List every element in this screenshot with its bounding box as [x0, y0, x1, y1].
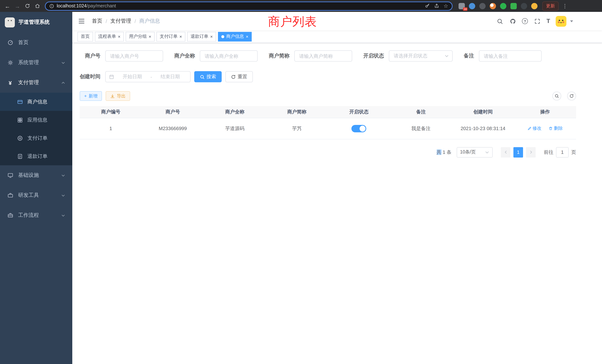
extension-icon-6[interactable]: [510, 3, 517, 9]
sidebar-item-label: 支付订单: [27, 135, 47, 141]
merchant-card-icon: [17, 99, 23, 105]
refresh-table-button[interactable]: [567, 92, 576, 100]
chevron-down-icon: [61, 173, 65, 177]
export-button[interactable]: 导出: [106, 91, 130, 101]
tab-label: 流程表单: [98, 33, 116, 40]
breadcrumb-item[interactable]: 支付管理: [110, 18, 131, 24]
tab-merchant-info[interactable]: 商户信息×: [218, 32, 252, 41]
reload-icon: [25, 3, 30, 9]
merchant-short-name-input[interactable]: [294, 50, 352, 62]
search-icon[interactable]: [496, 17, 503, 25]
extension-icon-4[interactable]: [490, 3, 496, 9]
close-icon[interactable]: ×: [149, 34, 151, 39]
sidebar-item-label: 商户信息: [27, 98, 47, 105]
sidebar-item-label: 首页: [18, 39, 29, 46]
omnibox-actions: ☆: [425, 3, 448, 9]
address-bar[interactable]: localhost:1024/pay/merchant ☆: [45, 1, 453, 11]
gear-icon: [7, 60, 13, 66]
filter-row-2: 创建时间 开始日期 - 结束日期 搜索: [80, 71, 576, 82]
calendar-icon: [109, 74, 114, 79]
extension-icon-5[interactable]: [500, 3, 506, 9]
prev-page-button[interactable]: [501, 147, 510, 157]
browser-update-button[interactable]: 更新: [542, 1, 559, 11]
home-icon: [35, 3, 40, 9]
app-logo[interactable]: 芋道管理系统: [0, 12, 72, 33]
search-button-label: 搜索: [206, 73, 216, 80]
extension-icon-3[interactable]: [479, 3, 486, 9]
tab-home[interactable]: 首页: [77, 32, 93, 41]
reset-button[interactable]: 重置: [225, 71, 253, 82]
extension-icon-8[interactable]: [531, 3, 538, 9]
tab-refund-order[interactable]: 退款订单×: [187, 32, 216, 41]
tab-user-group[interactable]: 用户分组×: [126, 32, 155, 41]
github-icon[interactable]: [509, 17, 516, 25]
delete-link[interactable]: 删除: [549, 125, 563, 132]
toggle-search-button[interactable]: [552, 92, 561, 100]
breadcrumb-item[interactable]: 首页: [92, 18, 102, 24]
download-icon: [110, 94, 115, 98]
screen: ← → localhost:1024/pay/merchant ☆ 10: [0, 0, 602, 364]
cell-status: [328, 118, 390, 139]
add-button[interactable]: + 新增: [80, 91, 102, 101]
breadcrumb-item-current: 商户信息: [139, 18, 160, 24]
sidebar-item-label: 工作流程: [18, 212, 39, 219]
breadcrumb: 首页 / 支付管理 / 商户信息: [92, 18, 160, 24]
help-icon[interactable]: ?: [522, 18, 528, 24]
site-info-icon[interactable]: [49, 3, 54, 8]
share-icon[interactable]: [434, 3, 440, 9]
bookmark-star-icon[interactable]: ☆: [443, 3, 448, 9]
sidebar-item-dev-tools[interactable]: 研发工具: [0, 185, 72, 205]
browser-menu-icon[interactable]: ⋮: [562, 3, 568, 9]
sidebar-item-merchant-info[interactable]: 商户信息: [0, 93, 72, 111]
search-button[interactable]: 搜索: [194, 71, 222, 82]
sidebar-item-pay-order[interactable]: 支付订单: [0, 129, 72, 147]
next-page-button[interactable]: [526, 147, 536, 157]
close-icon[interactable]: ×: [179, 34, 182, 39]
extension-icon-1[interactable]: 10: [459, 3, 465, 9]
create-time-range-picker[interactable]: 开始日期 - 结束日期: [105, 71, 191, 82]
remark-input[interactable]: [479, 50, 542, 62]
sidebar-item-workflow[interactable]: 工作流程: [0, 205, 72, 225]
cell-full-name: 芋道源码: [204, 118, 266, 139]
briefcase-icon: [7, 212, 13, 218]
sidebar-item-infra[interactable]: 基础设施: [0, 165, 72, 185]
goto-label: 前往: [544, 149, 553, 156]
chevron-down-icon: [61, 213, 65, 217]
edit-link[interactable]: 修改: [527, 125, 541, 132]
sidebar-item-system[interactable]: 系统管理: [0, 53, 72, 73]
browser-reload-button[interactable]: [23, 1, 32, 10]
close-icon[interactable]: ×: [210, 34, 213, 39]
sidebar-item-home[interactable]: 首页: [0, 33, 72, 53]
cell-merchant-id: 1: [80, 118, 142, 139]
sidebar-item-app-info[interactable]: 应用信息: [0, 111, 72, 129]
browser-back-button[interactable]: ←: [3, 1, 12, 10]
page-number-button[interactable]: 1: [513, 147, 523, 157]
avatar-dropdown-caret-icon[interactable]: [570, 20, 573, 22]
browser-home-button[interactable]: [33, 1, 42, 10]
page-size-select[interactable]: 10条/页: [457, 147, 493, 157]
tab-pay-order[interactable]: 支付订单×: [156, 32, 185, 41]
extension-icon-7[interactable]: [521, 3, 527, 9]
sidebar-item-pay[interactable]: ¥ 支付管理: [0, 73, 72, 93]
fullscreen-icon[interactable]: [533, 17, 541, 25]
edit-link-label: 修改: [533, 125, 541, 132]
close-icon[interactable]: ×: [246, 34, 248, 39]
sidebar-item-refund-order[interactable]: 退款订单: [0, 147, 72, 165]
app-window: 芋道管理系统 首页 系统管理 ¥ 支付管理: [0, 12, 602, 364]
status-select[interactable]: 请选择开启状态: [389, 50, 453, 62]
password-key-icon[interactable]: [425, 3, 430, 9]
close-icon[interactable]: ×: [118, 34, 120, 39]
sidebar-toggle-button[interactable]: [77, 17, 86, 25]
font-size-icon[interactable]: T: [546, 18, 550, 24]
status-toggle[interactable]: [351, 125, 366, 132]
main-panel: 商户列表 首页 / 支付管理 / 商户信息: [72, 12, 602, 364]
browser-forward-button[interactable]: →: [13, 1, 22, 10]
delete-link-label: 删除: [554, 125, 563, 132]
merchant-no-input[interactable]: [105, 50, 163, 62]
tab-process-form[interactable]: 流程表单×: [95, 32, 124, 41]
extension-icon-2[interactable]: [469, 3, 475, 9]
goto-page-input[interactable]: [556, 147, 569, 157]
merchant-full-name-input[interactable]: [200, 50, 258, 62]
extension-badge: 10: [463, 7, 467, 11]
user-avatar[interactable]: [556, 16, 566, 26]
